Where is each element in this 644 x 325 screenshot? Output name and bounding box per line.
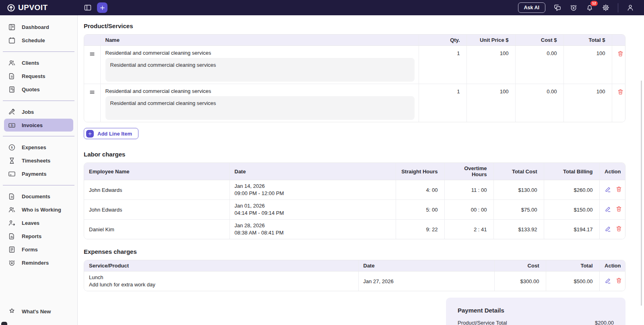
sidebar-item-invoices[interactable]: $ Invoices: [4, 119, 73, 132]
sidebar-item-timesheets[interactable]: Timesheets: [0, 154, 77, 167]
edit-row-icon[interactable]: [605, 277, 611, 284]
labor-time-range: 09:00 PM - 12:00 PM: [235, 190, 391, 197]
labor-total-cost: $130.00: [493, 180, 544, 200]
sidebar-item-reports[interactable]: Reports: [0, 230, 77, 243]
product-qty[interactable]: 1: [419, 84, 466, 122]
brand-name: UPVOIT: [18, 3, 48, 12]
alarm-add-icon[interactable]: [570, 4, 578, 12]
labor-date: Jan 01, 2026: [235, 202, 391, 210]
product-description-input[interactable]: Residential and commercial cleaning serv…: [105, 96, 415, 120]
calendar-icon: [8, 37, 16, 44]
people-icon: [8, 59, 16, 67]
column-header-total: Total: [546, 260, 599, 272]
sidebar-item-label: Leaves: [22, 220, 39, 226]
labor-charges-title: Labor charges: [84, 151, 625, 158]
column-header-service-product: Service/Product: [84, 260, 358, 272]
svg-text:$: $: [11, 146, 13, 149]
credit-card-icon: [8, 170, 16, 178]
sidebar-item-requests[interactable]: Requests: [0, 70, 77, 83]
sidebar-item-label: Jobs: [22, 109, 34, 115]
vertical-scrollbar[interactable]: [641, 80, 642, 306]
sidebar-item-schedule[interactable]: Schedule: [0, 34, 77, 47]
table-header-row: Name Qty. Unit Price $ Cost $ Total $: [84, 35, 625, 46]
product-qty[interactable]: 1: [419, 46, 466, 84]
labor-charges-table: Employee Name Date Straight Hours Overti…: [84, 162, 625, 239]
expenses-charges-table: Service/Product Date Cost Total Action L…: [84, 260, 625, 291]
bell-icon[interactable]: 12: [586, 4, 594, 12]
edit-row-icon[interactable]: [605, 186, 611, 193]
brand-logo: UPVOIT: [0, 3, 78, 12]
delete-row-icon[interactable]: [617, 88, 624, 95]
edit-row-icon[interactable]: [605, 206, 611, 212]
product-cost[interactable]: 0.00: [515, 84, 564, 122]
drag-handle-icon[interactable]: [89, 51, 95, 56]
add-line-item-button[interactable]: Add Line Item: [84, 128, 138, 139]
product-total: 100: [564, 84, 612, 122]
sidebar-item-label: Invoices: [22, 122, 43, 128]
sidebar-divider: [3, 185, 74, 185]
payment-details-panel: Payment Details Product/Service Total $2…: [446, 298, 625, 325]
sidebar-item-expenses[interactable]: $ Expenses: [0, 141, 77, 154]
user-icon[interactable]: [626, 4, 634, 12]
sidebar-item-label: Documents: [22, 193, 50, 200]
product-description-input[interactable]: Residential and commercial cleaning serv…: [105, 58, 415, 82]
plus-icon: [86, 130, 94, 138]
alarm-add-icon: [8, 259, 16, 267]
sidebar-item-jobs[interactable]: Jobs: [0, 105, 77, 119]
labor-straight-hours: 4: 00: [396, 180, 444, 200]
expense-description: Add lunch for extra work day: [89, 281, 353, 288]
sidebar-item-label: Forms: [22, 247, 38, 253]
gear-icon[interactable]: [602, 4, 610, 12]
report-icon: [8, 232, 16, 240]
sidebar-item-leaves[interactable]: Leaves: [0, 216, 77, 230]
sidebar-item-who-is-working[interactable]: Who is Working: [0, 203, 77, 216]
topbar-right: Ask AI 12: [518, 2, 644, 13]
drag-handle-icon[interactable]: [89, 89, 95, 95]
product-name: Residential and commercial cleaning serv…: [105, 88, 415, 95]
whats-new-link[interactable]: What's New: [0, 305, 77, 318]
topbar-divider: [618, 3, 618, 12]
dashboard-icon: [8, 23, 16, 31]
sidebar-item-documents[interactable]: Documents: [0, 190, 77, 203]
sidebar-item-quotes[interactable]: Quotes: [0, 83, 77, 96]
labor-total-billing: $150.00: [544, 200, 599, 220]
product-unit-price[interactable]: 100: [466, 46, 515, 84]
expense-total: $500.00: [546, 272, 599, 291]
edit-row-icon[interactable]: [605, 225, 611, 232]
delete-column-header: [612, 35, 625, 46]
delete-row-icon[interactable]: [617, 50, 624, 57]
column-header-action: Action: [599, 163, 625, 180]
labor-date: Jan 28, 2026: [235, 222, 391, 229]
labor-employee: John Edwards: [84, 180, 229, 200]
product-row: Residential and commercial cleaning serv…: [84, 84, 625, 122]
chat-widget-partial[interactable]: [1, 322, 7, 325]
file-icon: [8, 193, 16, 200]
expenses-charges-title: Expenses charges: [84, 248, 625, 255]
chat-icon[interactable]: [553, 4, 561, 12]
product-unit-price[interactable]: 100: [466, 84, 515, 122]
table-header-row: Employee Name Date Straight Hours Overti…: [84, 163, 625, 180]
product-cost[interactable]: 0.00: [515, 46, 564, 84]
labor-overtime-hours: 00 : 00: [444, 200, 493, 220]
panel-toggle-icon[interactable]: [84, 4, 92, 12]
svg-text:$: $: [11, 124, 13, 127]
payment-label: Product/Service Total: [458, 320, 507, 325]
sidebar-item-clients[interactable]: Clients: [0, 56, 77, 70]
sidebar-item-dashboard[interactable]: Dashboard: [0, 21, 77, 34]
sidebar-item-reminders[interactable]: Reminders: [0, 256, 77, 269]
labor-total-cost: $133.92: [493, 220, 544, 239]
hourglass-icon: [8, 157, 16, 165]
add-line-item-label: Add Line Item: [97, 131, 132, 137]
create-new-button[interactable]: [97, 2, 107, 13]
ask-ai-button[interactable]: Ask AI: [518, 2, 545, 13]
sidebar-item-label: Quotes: [22, 86, 40, 93]
delete-row-icon[interactable]: [615, 206, 622, 212]
delete-row-icon[interactable]: [615, 186, 622, 193]
labor-time-range: 08:38 AM - 08:41 PM: [235, 229, 391, 237]
column-header-cost: Cost: [494, 260, 546, 272]
delete-row-icon[interactable]: [615, 225, 622, 232]
delete-row-icon[interactable]: [615, 277, 622, 284]
labor-overtime-hours: 2 : 41: [444, 220, 493, 239]
sidebar-item-payments[interactable]: Payments: [0, 167, 77, 181]
sidebar-item-forms[interactable]: Forms: [0, 243, 77, 256]
